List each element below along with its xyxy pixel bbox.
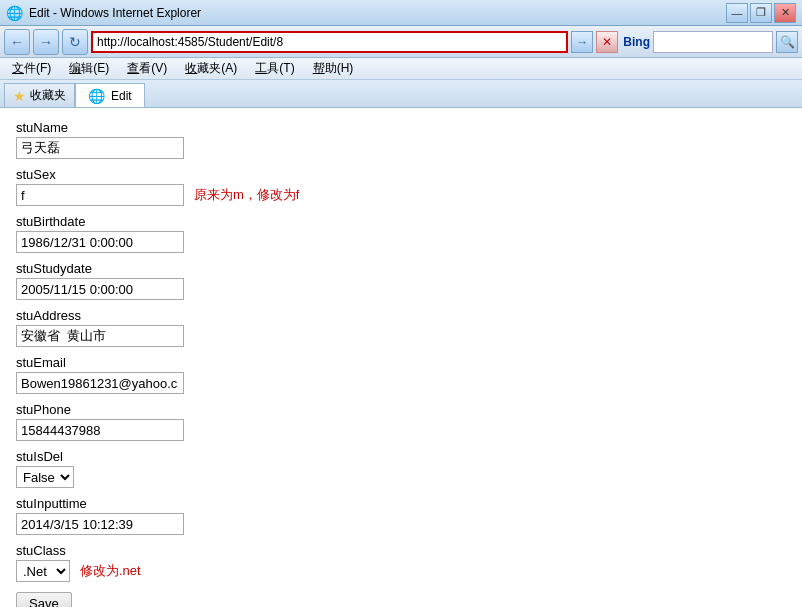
menu-favorites[interactable]: 收藏夹(A) [177,58,245,79]
label-stuInputtime: stuInputtime [16,496,786,511]
input-stuStudydate[interactable] [16,278,184,300]
menu-tools[interactable]: 工具(T) [247,58,302,79]
address-bar[interactable] [91,31,568,53]
stop-button[interactable]: ✕ [596,31,618,53]
page-content: stuName stuSex 原来为m，修改为f stuBirthdate st… [0,108,802,607]
label-stuStudydate: stuStudydate [16,261,786,276]
window-controls: — ❐ ✕ [726,3,796,23]
ie-icon: 🌐 [6,5,23,21]
menu-view[interactable]: 查看(V) [119,58,175,79]
input-stuPhone[interactable] [16,419,184,441]
star-icon: ★ [13,88,26,104]
label-stuEmail: stuEmail [16,355,786,370]
label-stuName: stuName [16,120,786,135]
favorites-label: 收藏夹 [30,87,66,104]
input-stuSex[interactable] [16,184,184,206]
search-input[interactable] [653,31,773,53]
menu-edit[interactable]: 编辑(E) [61,58,117,79]
menu-file[interactable]: 文件(F) [4,58,59,79]
tab-bar: ★ 收藏夹 🌐 Edit [0,80,802,108]
input-stuAddress[interactable] [16,325,184,347]
window-title: Edit - Windows Internet Explorer [29,6,201,20]
select-stuClass[interactable]: .Net Java PHP [16,560,70,582]
menu-bar: 文件(F) 编辑(E) 查看(V) 收藏夹(A) 工具(T) 帮助(H) [0,58,802,80]
label-stuSex: stuSex [16,167,786,182]
input-stuName[interactable] [16,137,184,159]
navigation-bar: ← → ↻ → ✕ Bing 🔍 [0,26,802,58]
title-bar: 🌐 Edit - Windows Internet Explorer — ❐ ✕ [0,0,802,26]
label-stuPhone: stuPhone [16,402,786,417]
save-button[interactable]: Save [16,592,72,607]
search-button[interactable]: 🔍 [776,31,798,53]
bing-label: Bing [623,35,650,49]
label-stuClass: stuClass [16,543,786,558]
go-button[interactable]: → [571,31,593,53]
tab-edit[interactable]: 🌐 Edit [75,83,145,107]
annotation-stuSex: 原来为m，修改为f [194,186,299,204]
minimize-button[interactable]: — [726,3,748,23]
input-stuInputtime[interactable] [16,513,184,535]
refresh-button[interactable]: ↻ [62,29,88,55]
label-stuAddress: stuAddress [16,308,786,323]
favorites-button[interactable]: ★ 收藏夹 [4,83,75,107]
input-stuEmail[interactable] [16,372,184,394]
input-stuBirthdate[interactable] [16,231,184,253]
back-button[interactable]: ← [4,29,30,55]
menu-help[interactable]: 帮助(H) [305,58,362,79]
restore-button[interactable]: ❐ [750,3,772,23]
annotation-stuClass: 修改为.net [80,562,141,580]
close-button[interactable]: ✕ [774,3,796,23]
select-stuIsDel[interactable]: False True [16,466,74,488]
label-stuBirthdate: stuBirthdate [16,214,786,229]
forward-button[interactable]: → [33,29,59,55]
tab-ie-icon: 🌐 [88,88,105,104]
tab-label: Edit [111,89,132,103]
label-stuIsDel: stuIsDel [16,449,786,464]
